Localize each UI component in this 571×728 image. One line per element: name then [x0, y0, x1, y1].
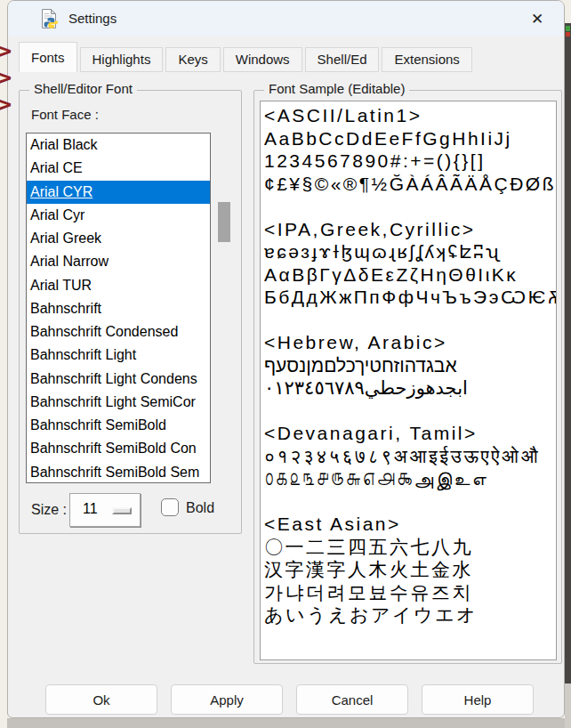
background-speck: [566, 26, 570, 31]
tab-fonts[interactable]: Fonts: [19, 42, 77, 72]
screen: >>> Settings ✕ FontsHighlightsKeysWindow…: [0, 0, 571, 728]
settings-dialog: Settings ✕ FontsHighlightsKeysWindowsShe…: [7, 0, 565, 718]
background-window-edge: [565, 23, 571, 684]
font-list-item[interactable]: Arial CYR: [27, 181, 210, 204]
font-sample-line: אבגדהוזחטיךכלםמןנסעף: [264, 354, 556, 377]
font-sample-line: あいうえおアイウエオ: [264, 603, 556, 627]
tab-shell-ed[interactable]: Shell/Ed: [305, 47, 380, 72]
dialog-buttons: OkApplyCancelHelp: [8, 684, 564, 715]
font-sample-group-label: Font Sample (Editable): [264, 81, 409, 96]
bold-checkbox[interactable]: [161, 498, 179, 516]
font-sample-line: ɐɕəɜɟɤɫɮɰɷɻʁʃʆʎʞʢʫʭʯ: [264, 240, 556, 263]
font-list-item[interactable]: Bahnschrift SemiBold: [27, 414, 210, 437]
shell-editor-font-group-label: Shell/Editor Font: [29, 81, 137, 96]
font-sample-line: <East Asian>: [264, 513, 556, 536]
font-sample-line: ०१२३४५६७८९अआइईउऊएऐओऔ: [264, 445, 556, 468]
font-sample-line: [264, 309, 556, 332]
font-sample-editor[interactable]: <ASCII/Latin1>AaBbCcDdEeFfGgHhIiJj123456…: [260, 101, 557, 660]
font-sample-line: [264, 195, 556, 218]
font-sample-line: БбДдЖжПпФфЧчЪъЭэѠѤѪӾ: [264, 286, 556, 309]
font-sample-line: ابجدهوزحطي٠١٢٣٤٥٦٧٨٩: [264, 376, 556, 400]
tab-keys[interactable]: Keys: [165, 47, 220, 72]
font-list-item[interactable]: Arial Black: [27, 133, 210, 157]
font-sample-line: ௦௧௨௩௪௫௬௭௮௯அஇஉஎ: [264, 467, 556, 490]
font-list-item[interactable]: Bahnschrift Light Condens: [27, 368, 210, 391]
font-face-label: Font Face :: [31, 107, 99, 122]
tab-highlights[interactable]: Highlights: [80, 47, 164, 72]
font-sample-line: <Hebrew, Arabic>: [264, 331, 556, 354]
background-speck: [566, 32, 570, 36]
font-sample-line: 가냐더려모뵤수유즈치: [264, 581, 556, 604]
size-dropdown[interactable]: 11: [69, 493, 141, 527]
font-list-item[interactable]: Arial Greek: [27, 227, 210, 250]
font-face-listbox[interactable]: Arial BlackArial CEArial CYRArial CyrAri…: [26, 133, 211, 483]
size-label: Size :: [31, 502, 67, 518]
desktop-below-window: [7, 718, 565, 728]
size-value: 11: [83, 501, 98, 517]
annotation-arrow: >: [0, 66, 12, 89]
font-list-item[interactable]: Bahnschrift Light: [27, 344, 210, 367]
font-sample-line: ¢£¥§©«®¶½ĞÀÁÂÃÄÅÇÐØß: [264, 173, 556, 196]
font-sample-line: ΑαΒβΓγΔδΕεΖζΗηΘθΙιΚκ: [264, 263, 556, 287]
font-sample-line: <ASCII/Latin1>: [264, 104, 556, 127]
font-list-item[interactable]: Arial CE: [27, 157, 210, 180]
close-button[interactable]: ✕: [518, 1, 557, 36]
font-list-item[interactable]: Bahnschrift: [27, 297, 210, 320]
font-list-scrollbar[interactable]: [217, 133, 231, 483]
font-list-item[interactable]: Bahnschrift SemiBold Sem: [27, 461, 210, 484]
font-sample-line: <Devanagari, Tamil>: [264, 422, 556, 445]
shell-editor-font-group: Shell/Editor Font Font Face : Arial Blac…: [19, 90, 242, 534]
background-window-edge-lower: [565, 684, 571, 728]
bold-label: Bold: [186, 500, 214, 516]
font-list-item[interactable]: Bahnschrift Condensed: [27, 320, 210, 344]
dropdown-indicator-icon: [112, 507, 132, 514]
font-sample-line: AaBbCcDdEeFfGgHhIiJj: [264, 127, 556, 150]
font-sample-line: 1234567890#:+=(){}[]: [264, 150, 556, 173]
ok-button[interactable]: Ok: [45, 684, 157, 715]
font-sample-line: 汉字漢字人木火土金水: [264, 558, 556, 581]
tab-extensions[interactable]: Extensions: [382, 47, 471, 72]
tab-windows[interactable]: Windows: [223, 47, 302, 72]
cancel-button[interactable]: Cancel: [296, 684, 408, 715]
font-sample-line: [264, 490, 556, 514]
scrollbar-thumb[interactable]: [218, 202, 230, 242]
font-list-item[interactable]: Arial Narrow: [27, 250, 210, 273]
annotation-arrow: >: [0, 39, 12, 62]
apply-button[interactable]: Apply: [171, 684, 283, 715]
font-list-item[interactable]: Arial Cyr: [27, 204, 210, 227]
python-idle-file-icon: [38, 8, 60, 29]
tab-bar: FontsHighlightsKeysWindowsShell/EdExtens…: [8, 36, 564, 72]
font-list-item[interactable]: Bahnschrift SemiBold Con: [27, 437, 210, 460]
font-sample-line: <IPA,Greek,Cyrillic>: [264, 218, 556, 241]
titlebar[interactable]: Settings ✕: [8, 1, 564, 36]
font-list-item[interactable]: Arial TUR: [27, 274, 210, 297]
font-sample-group: Font Sample (Editable) <ASCII/Latin1>AaB…: [253, 90, 562, 664]
window-title: Settings: [68, 11, 117, 26]
font-list-item[interactable]: Bahnschrift Light SemiCor: [27, 391, 210, 414]
close-icon: ✕: [531, 10, 543, 28]
font-sample-line: [264, 400, 556, 423]
help-button[interactable]: Help: [422, 684, 534, 715]
annotation-arrow: >: [0, 93, 12, 116]
font-sample-line: 〇一二三四五六七八九: [264, 536, 556, 559]
